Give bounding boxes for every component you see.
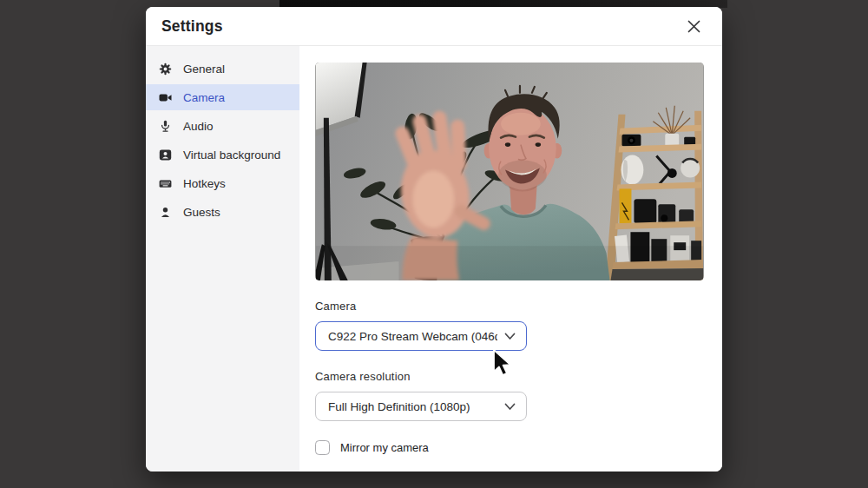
camera-select[interactable]: C922 Pro Stream Webcam (046d:085c bbox=[315, 321, 527, 351]
dialog-header: Settings bbox=[146, 7, 722, 46]
chevron-down-icon bbox=[504, 333, 516, 340]
microphone-icon bbox=[159, 120, 172, 133]
sidebar-item-general[interactable]: General bbox=[146, 56, 299, 82]
video-camera-icon bbox=[159, 91, 172, 104]
sidebar-item-camera[interactable]: Camera bbox=[146, 84, 299, 110]
chevron-down-icon bbox=[504, 403, 516, 411]
checkbox-label: Mirror my camera bbox=[340, 441, 429, 454]
checkbox-box[interactable] bbox=[315, 440, 330, 455]
sidebar-item-label: Audio bbox=[183, 120, 214, 133]
sidebar-item-label: Virtual background bbox=[183, 148, 280, 162]
sidebar-item-label: Guests bbox=[183, 206, 220, 219]
camera-resolution-select[interactable]: Full High Definition (1080p) bbox=[315, 392, 527, 421]
settings-dialog: Settings bbox=[146, 7, 722, 472]
sidebar: General Camera bbox=[146, 46, 299, 472]
sidebar-item-audio[interactable]: Audio bbox=[146, 113, 299, 139]
page-title: Settings bbox=[161, 17, 223, 36]
resolution-select-value: Full High Definition (1080p) bbox=[328, 400, 497, 413]
close-button[interactable] bbox=[683, 16, 705, 37]
mirror-camera-checkbox[interactable]: Mirror my camera bbox=[315, 440, 722, 455]
sidebar-item-label: General bbox=[183, 63, 225, 76]
sidebar-item-hotkeys[interactable]: Hotkeys bbox=[146, 170, 299, 196]
keyboard-icon bbox=[159, 177, 172, 190]
camera-preview bbox=[315, 63, 704, 280]
sidebar-item-label: Camera bbox=[183, 91, 225, 104]
gear-icon bbox=[159, 63, 172, 76]
sidebar-item-label: Hotkeys bbox=[183, 177, 226, 190]
camera-field-label: Camera bbox=[315, 300, 722, 313]
portrait-frame-icon bbox=[159, 148, 172, 162]
close-icon bbox=[687, 19, 701, 34]
person-icon bbox=[159, 206, 172, 219]
desktop-background: Settings bbox=[0, 0, 868, 488]
sidebar-item-guests[interactable]: Guests bbox=[146, 199, 299, 225]
camera-settings-panel: Camera C922 Pro Stream Webcam (046d:085c… bbox=[299, 46, 722, 472]
sidebar-item-virtual-background[interactable]: Virtual background bbox=[146, 142, 299, 168]
camera-select-value: C922 Pro Stream Webcam (046d:085c bbox=[328, 330, 497, 343]
resolution-field-label: Camera resolution bbox=[315, 370, 722, 383]
